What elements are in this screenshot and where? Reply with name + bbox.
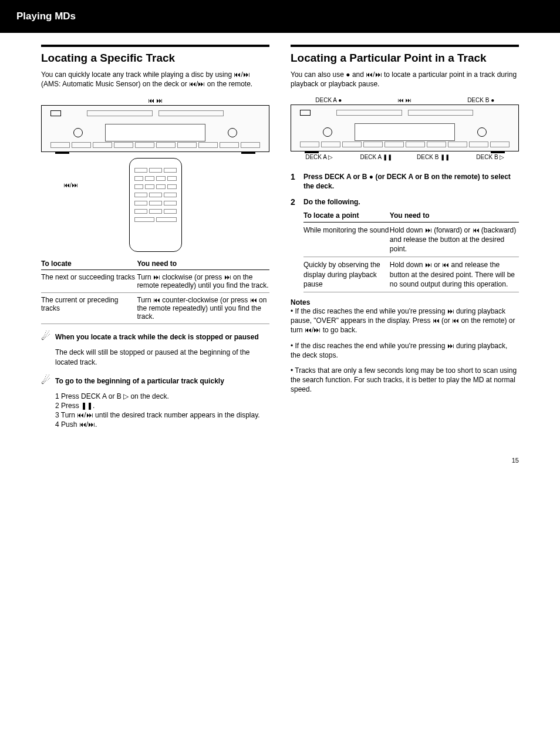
table-row: While monitoring the sound Hold down ⏭ (… — [303, 223, 519, 258]
prev-icon: ⏮ — [153, 296, 160, 304]
prev-next-icon: ⏮/⏭ — [366, 70, 382, 79]
step-1: 1 Press DECK A or B ● (or DECK A or B on… — [291, 172, 519, 191]
header-bar: Playing MDs — [0, 0, 560, 33]
deck-a-pause-label: DECK A ❚❚ — [348, 154, 404, 160]
next-icon: ⏭ — [153, 273, 160, 281]
record-icon: ● — [346, 70, 350, 79]
rule — [41, 45, 269, 47]
prev-icon: ⏮ — [433, 316, 440, 325]
prev-next-icon: ⏮ ⏭ — [148, 97, 163, 104]
deck-illustration — [291, 105, 519, 151]
pause-icon: ❚❚ — [81, 402, 93, 410]
notes-block: Notes • If the disc reaches the end whil… — [291, 298, 519, 395]
prev-icon: ⏮ — [473, 226, 480, 234]
deck-diagram-right: DECK A ● ⏮ ⏭ DECK B ● DECK A ▷ DECK A ❚❚… — [291, 97, 519, 160]
remote-illustration — [129, 158, 182, 252]
step-2: 2 Do the following. To locate a point Yo… — [291, 197, 519, 293]
deck-a-play-label: DECK A ▷ — [291, 154, 348, 160]
deck-diagram-left: ⏮ ⏭ — [41, 97, 269, 152]
deck-a-rec-label: DECK A ● — [291, 97, 367, 103]
right-intro: You can also use ● and ⏮/⏭ to locate a p… — [291, 70, 519, 89]
prev-icon: ⏮ — [442, 261, 449, 269]
remote-diagram: ⏮/⏭ — [41, 158, 269, 252]
deck-illustration — [41, 105, 269, 152]
header-section: Playing MDs — [16, 11, 76, 22]
next-icon: ⏭ — [425, 226, 432, 234]
right-title: Locating a Particular Point in a Track — [291, 52, 519, 65]
record-icon: ● — [369, 173, 373, 181]
prev-next-icon: ⏮/⏭ — [79, 420, 95, 429]
play-icon: ▷ — [123, 392, 129, 400]
deck-b-rec-label: DECK B ● — [443, 97, 519, 103]
prev-next-icon: ⏮ ⏭ — [367, 97, 443, 103]
tip-icon: ☄ — [41, 331, 50, 373]
left-intro: You can quickly locate any track while p… — [41, 70, 269, 89]
tip-icon: ☄ — [41, 375, 50, 436]
tip-1: ☄ When you locate a track while the deck… — [41, 332, 269, 373]
left-title: Locating a Specific Track — [41, 52, 269, 65]
left-column: Locating a Specific Track You can quickl… — [18, 33, 280, 439]
prev-next-icon: ⏮/⏭ — [305, 326, 321, 334]
prev-next-icon: ⏮/⏭ — [77, 411, 93, 419]
prev-next-icon: ⏮/⏭ — [63, 181, 78, 188]
deck-b-pause-label: DECK B ❚❚ — [405, 154, 462, 160]
next-icon: ⏭ — [447, 342, 454, 350]
right-column: Locating a Particular Point in a Track Y… — [280, 33, 542, 439]
next-icon: ⏭ — [425, 261, 432, 269]
table-row: Quickly by observing the display during … — [303, 257, 519, 292]
page-number: 15 — [0, 439, 560, 476]
prev-next-icon: ⏮/⏭ — [189, 80, 205, 88]
table-header: To locate You need to — [41, 258, 269, 270]
table-row: The current or preceding tracks Turn ⏮ c… — [41, 293, 269, 324]
rule — [291, 45, 519, 47]
deck-b-play-label: DECK B ▷ — [462, 154, 519, 160]
prev-icon: ⏮ — [250, 296, 257, 304]
content: Locating a Specific Track You can quickl… — [0, 33, 560, 439]
table-row: The next or succeeding tracks Turn ⏭ clo… — [41, 270, 269, 293]
prev-icon: ⏮ — [452, 316, 459, 325]
next-icon: ⏭ — [224, 273, 231, 281]
tip-2: ☄ To go to the beginning of a particular… — [41, 376, 269, 436]
prev-next-icon: ⏮/⏭ — [234, 70, 249, 79]
next-icon: ⏭ — [447, 307, 454, 315]
table-header: To locate a point You need to — [303, 209, 519, 223]
